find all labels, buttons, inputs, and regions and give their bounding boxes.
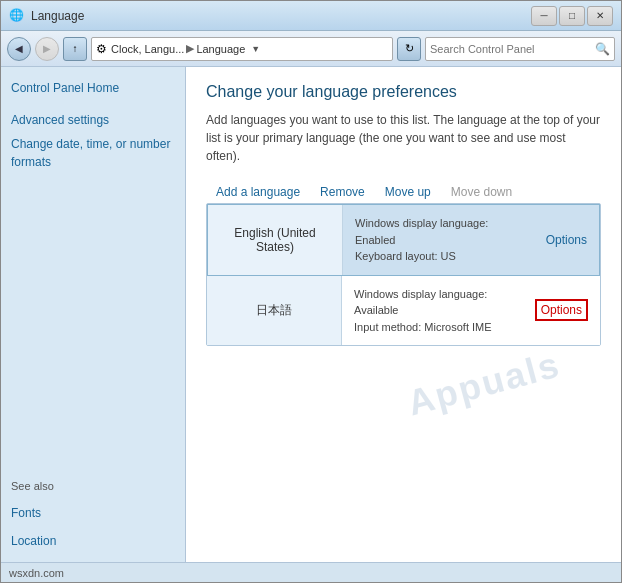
- options-link-english[interactable]: Options: [546, 233, 587, 247]
- title-bar-controls: ─ □ ✕: [531, 6, 613, 26]
- address-bar: ⚙ Clock, Langu... ▶ Language ▼: [91, 37, 393, 61]
- language-item-english[interactable]: English (UnitedStates) Windows display l…: [207, 204, 600, 276]
- language-list: English (UnitedStates) Windows display l…: [206, 203, 601, 346]
- move-up-button[interactable]: Move up: [375, 181, 441, 203]
- main-area: Control Panel Home Advanced settings Cha…: [1, 67, 621, 562]
- move-down-button[interactable]: Move down: [441, 181, 522, 203]
- window-title: Language: [31, 9, 84, 23]
- address-dropdown-icon[interactable]: ▼: [251, 44, 260, 54]
- back-button[interactable]: ◀: [7, 37, 31, 61]
- address-part-1[interactable]: Clock, Langu...: [111, 43, 184, 55]
- watermark: Appuals: [403, 344, 565, 425]
- forward-button[interactable]: ▶: [35, 37, 59, 61]
- bottom-bar-text: wsxdn.com: [9, 567, 64, 579]
- address-icon: ⚙: [96, 42, 107, 56]
- bottom-bar: wsxdn.com: [1, 562, 621, 582]
- sidebar-links: Advanced settings Change date, time, or …: [11, 111, 175, 171]
- address-path: Clock, Langu... ▶ Language ▼: [111, 42, 260, 55]
- sidebar-see-also-location[interactable]: Location: [11, 532, 175, 550]
- minimize-button[interactable]: ─: [531, 6, 557, 26]
- maximize-button[interactable]: □: [559, 6, 585, 26]
- sidebar-spacer: [11, 177, 175, 462]
- title-bar-left: 🌐 Language: [9, 8, 84, 24]
- content-title: Change your language preferences: [206, 83, 601, 101]
- sidebar-see-also-fonts[interactable]: Fonts: [11, 504, 175, 522]
- search-icon[interactable]: 🔍: [595, 42, 610, 56]
- see-also-label: See also: [11, 480, 175, 492]
- window-icon: 🌐: [9, 8, 25, 24]
- lang-info-japanese: Windows display language: AvailableInput…: [342, 276, 523, 346]
- search-input[interactable]: [430, 43, 595, 55]
- sidebar-link-datetime[interactable]: Change date, time, or number formats: [11, 135, 175, 171]
- options-link-japanese[interactable]: Options: [535, 299, 588, 321]
- lang-name-block-english: English (UnitedStates): [208, 205, 343, 275]
- address-part-2: Language: [196, 43, 245, 55]
- lang-name-english: English (UnitedStates): [234, 226, 315, 254]
- address-separator: ▶: [186, 42, 194, 55]
- search-box: 🔍: [425, 37, 615, 61]
- sidebar-home-link[interactable]: Control Panel Home: [11, 79, 175, 97]
- title-bar: 🌐 Language ─ □ ✕: [1, 1, 621, 31]
- sidebar-link-advanced[interactable]: Advanced settings: [11, 111, 175, 129]
- lang-name-japanese: 日本語: [256, 302, 292, 319]
- language-item-japanese[interactable]: 日本語 Windows display language: AvailableI…: [207, 276, 600, 346]
- nav-bar: ◀ ▶ ↑ ⚙ Clock, Langu... ▶ Language ▼ ↻ 🔍: [1, 31, 621, 67]
- lang-options-english: Options: [534, 205, 599, 275]
- lang-options-japanese: Options: [523, 276, 600, 346]
- sidebar: Control Panel Home Advanced settings Cha…: [1, 67, 186, 562]
- language-toolbar: Add a language Remove Move up Move down: [206, 181, 601, 203]
- content-wrapper: Appuals Change your language preferences…: [206, 83, 601, 346]
- remove-language-button[interactable]: Remove: [310, 181, 375, 203]
- close-button[interactable]: ✕: [587, 6, 613, 26]
- up-button[interactable]: ↑: [63, 37, 87, 61]
- window: 🌐 Language ─ □ ✕ ◀ ▶ ↑ ⚙ Clock, Langu...…: [0, 0, 622, 583]
- refresh-button[interactable]: ↻: [397, 37, 421, 61]
- content-description: Add languages you want to use to this li…: [206, 111, 601, 165]
- lang-name-block-japanese: 日本語: [207, 276, 342, 346]
- content-area: Appuals Change your language preferences…: [186, 67, 621, 562]
- lang-info-english: Windows display language: EnabledKeyboar…: [343, 205, 534, 275]
- add-language-button[interactable]: Add a language: [206, 181, 310, 203]
